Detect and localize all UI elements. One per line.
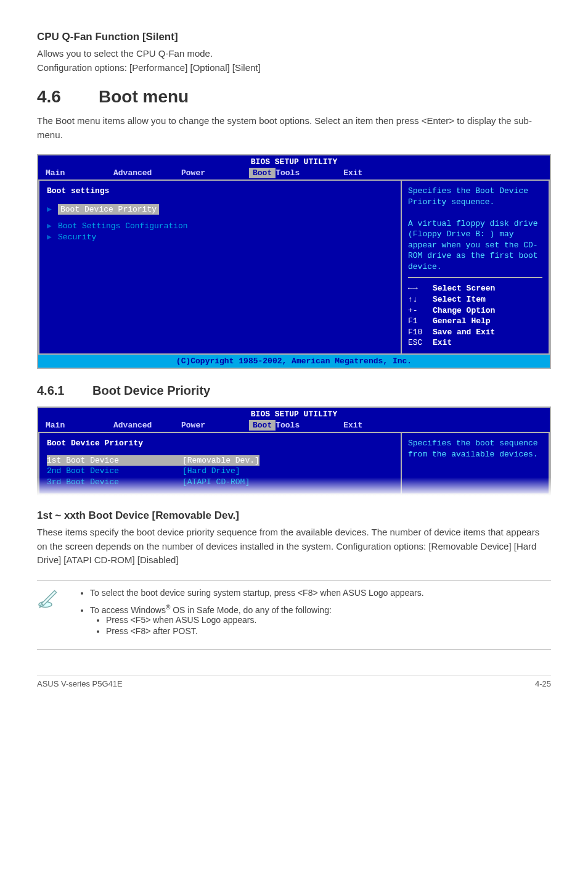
footer-right: 4-25: [535, 679, 551, 688]
bios-help-pane: Specifies the boot sequence from the ava…: [402, 433, 550, 495]
key: ESC: [408, 337, 433, 349]
note-text: OS in Safe Mode, do any of the following…: [170, 605, 332, 615]
bios-tab-main[interactable]: Main: [46, 168, 113, 179]
bios-tab-bar: Main Advanced Power Boot Tools Exit: [38, 168, 550, 180]
note-subitem-a: Press <F5> when ASUS Logo appears.: [106, 615, 424, 625]
boot-menu-heading: 4.6Boot menu: [37, 87, 551, 107]
sub-title: Boot Device Priority: [92, 384, 210, 397]
cpu-qfan-body: Allows you to select the CPU Q-Fan mode.…: [37, 47, 551, 75]
key-desc: Save and Exit: [433, 328, 495, 337]
first-boot-device-title: 1st ~ xxth Boot Device [Removable Dev.]: [37, 510, 551, 522]
bios-row-3rd[interactable]: 3rd Boot Device [ATAPI CD-ROM]: [47, 477, 393, 488]
submenu-arrow-icon: ▶: [47, 221, 58, 232]
bios-title: BIOS SETUP UTILITY: [38, 408, 550, 420]
boot-menu-title: Boot menu: [99, 87, 189, 106]
bios-left-title: Boot settings: [47, 186, 393, 197]
cpu-qfan-title: CPU Q-Fan Function [Silent]: [37, 31, 551, 43]
bios-tab-power[interactable]: Power: [181, 420, 249, 431]
bios-tab-exit[interactable]: Exit: [343, 420, 411, 431]
bios-row-1st[interactable]: 1st Boot Device [Removable Dev.]: [47, 455, 393, 466]
bios-item-label: Boot Settings Configuration: [58, 221, 188, 231]
bios-screen-boot-settings: BIOS SETUP UTILITY Main Advanced Power B…: [37, 154, 551, 369]
key-desc: General Help: [433, 316, 491, 326]
key: +-: [408, 305, 433, 316]
key: ←→: [408, 283, 433, 294]
key-desc: Change Option: [433, 306, 495, 315]
note-item-1: To select the boot device suring system …: [90, 588, 424, 598]
submenu-arrow-icon: ▶: [47, 232, 58, 243]
row-label: 3rd Boot Device: [47, 477, 182, 488]
bios-title: BIOS SETUP UTILITY: [38, 155, 550, 168]
bios-tab-boot[interactable]: Boot: [249, 168, 276, 179]
bios-item-label: Security: [58, 233, 96, 242]
key: F10: [408, 327, 433, 338]
bios-left-pane: Boot settings ▶Boot Device Priority ▶Boo…: [38, 181, 402, 355]
footer-left: ASUS V-series P5G41E: [37, 679, 123, 688]
bios-item-boot-device-priority[interactable]: ▶Boot Device Priority: [47, 203, 393, 217]
boot-device-priority-heading: 4.6.1Boot Device Priority: [37, 384, 551, 398]
row-label: 2nd Boot Device: [47, 466, 182, 477]
cpu-qfan-line1: Allows you to select the CPU Q-Fan mode.: [37, 48, 213, 59]
bios-tab-tools[interactable]: Tools: [276, 420, 343, 431]
bios-copyright: (C)Copyright 1985-2002, American Megatre…: [38, 355, 550, 368]
bios-tab-boot[interactable]: Boot: [249, 420, 276, 431]
bios-help-text: Specifies the Boot Device Priority seque…: [408, 186, 542, 272]
boot-menu-intro: The Boot menu items allow you to change …: [37, 114, 551, 142]
key-desc: Exit: [433, 338, 452, 347]
bios-help-text: Specifies the boot sequence from the ava…: [408, 438, 542, 460]
bios-help-pane: Specifies the Boot Device Priority seque…: [402, 181, 550, 355]
row-value: [Hard Drive]: [182, 466, 240, 477]
bios-screen-device-priority-wrap: BIOS SETUP UTILITY Main Advanced Power B…: [37, 406, 551, 496]
bios-item-security[interactable]: ▶Security: [47, 232, 393, 243]
key: ↑↓: [408, 294, 433, 305]
note-item-2: To access Windows® OS in Safe Mode, do a…: [90, 604, 424, 636]
sub-num: 4.6.1: [37, 384, 92, 398]
bios-row-2nd[interactable]: 2nd Boot Device [Hard Drive]: [47, 466, 393, 477]
pencil-note-icon: [37, 588, 62, 642]
first-boot-device-body: These items specify the boot device prio…: [37, 526, 551, 567]
bios-tab-exit[interactable]: Exit: [343, 168, 411, 179]
note-block: To select the boot device suring system …: [37, 580, 551, 650]
key-desc: Select Screen: [433, 284, 495, 293]
bios-screen-device-priority: BIOS SETUP UTILITY Main Advanced Power B…: [37, 406, 551, 496]
bios-key-legend: ←→Select Screen ↑↓Select Item +-Change O…: [408, 277, 542, 348]
key-desc: Select Item: [433, 295, 486, 304]
bios-tab-main[interactable]: Main: [46, 420, 113, 431]
row-label: 1st Boot Device: [47, 455, 182, 466]
bios-tab-power[interactable]: Power: [181, 168, 249, 179]
row-value: [Removable Dev.]: [182, 455, 259, 466]
boot-menu-num: 4.6: [37, 87, 99, 107]
bios-item-label: Boot Device Priority: [58, 204, 159, 215]
note-text: To access Windows: [90, 605, 166, 615]
bios-item-boot-settings-config[interactable]: ▶Boot Settings Configuration: [47, 221, 393, 232]
page-footer: ASUS V-series P5G41E 4-25: [37, 675, 551, 688]
bios-tab-advanced[interactable]: Advanced: [113, 420, 181, 431]
note-subitem-b: Press <F8> after POST.: [106, 626, 424, 636]
note-body: To select the boot device suring system …: [74, 588, 424, 642]
bios-left-pane: Boot Device Priority 1st Boot Device [Re…: [38, 433, 402, 495]
key: F1: [408, 316, 433, 327]
bios-left-title: Boot Device Priority: [47, 438, 393, 449]
submenu-arrow-icon: ▶: [47, 204, 58, 215]
bios-tab-advanced[interactable]: Advanced: [113, 168, 181, 179]
row-value: [ATAPI CD-ROM]: [182, 477, 250, 488]
cpu-qfan-line2: Configuration options: [Performance] [Op…: [37, 62, 261, 73]
bios-tab-tools[interactable]: Tools: [276, 168, 343, 179]
bios-tab-bar: Main Advanced Power Boot Tools Exit: [38, 420, 550, 432]
